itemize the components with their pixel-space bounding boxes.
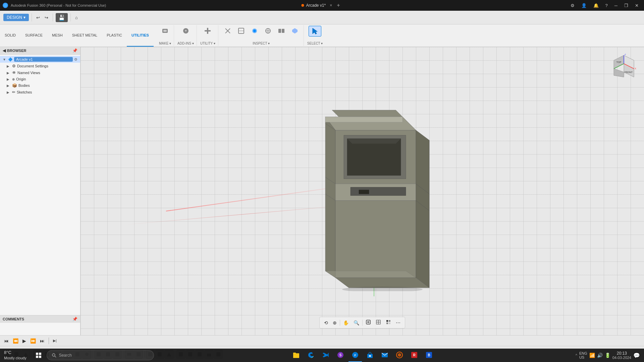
taskbar-app-purple[interactable]: S (334, 349, 347, 362)
addins-btn[interactable]: + (180, 26, 192, 36)
taskbar-fusion360[interactable]: F (348, 349, 362, 362)
tree-item-bodies[interactable]: ▶ 📦 Bodies (0, 82, 80, 89)
tree-label-origin: Origin (16, 77, 77, 81)
tray-expand-icon[interactable]: ^ (576, 353, 577, 357)
timeline-prev-btn[interactable]: ⏪ (11, 338, 20, 344)
tab-sheet-metal[interactable]: SHEET METAL (67, 24, 102, 47)
tab-mesh[interactable]: MESH (47, 24, 67, 47)
taskbar-app-blue2[interactable]: B (422, 349, 436, 362)
windows-logo-icon (36, 352, 42, 358)
help-btn[interactable]: ? (603, 2, 610, 9)
select-btn[interactable] (309, 26, 321, 37)
settings-btn[interactable]: ⚙ (568, 2, 577, 9)
taskbar-app-red[interactable]: R (408, 349, 421, 362)
timeline-play-btn[interactable]: ▶ (21, 338, 28, 344)
vp-pan-btn[interactable]: ⊕ (331, 319, 338, 326)
language-indicator[interactable]: ENG US (579, 351, 587, 359)
svg-rect-58 (389, 322, 390, 324)
select-items (309, 26, 321, 37)
ribbon-tabs: SOLID SURFACE MESH SHEET METAL PLASTIC U… (0, 24, 154, 47)
notification-btn[interactable]: 🔔 (591, 2, 601, 9)
svg-point-85 (52, 354, 55, 356)
tree-item-named-views[interactable]: ▶ 👁 Named Views (0, 69, 80, 76)
undo-btn[interactable]: ↩ (35, 14, 42, 21)
taskbar-browser[interactable] (393, 349, 406, 362)
vp-zoom-btn[interactable]: 🔍 (352, 319, 361, 326)
vp-display-btn[interactable] (364, 318, 373, 327)
comments-pin-icon[interactable]: 📌 (72, 317, 77, 321)
design-label: DESIGN (7, 15, 22, 20)
svg-point-98 (398, 353, 401, 357)
tab-close-btn[interactable]: × (330, 3, 332, 8)
tree-options-icon[interactable]: ⚙ (74, 57, 77, 62)
wifi-icon[interactable]: 📶 (589, 353, 595, 358)
tab-utilities[interactable]: UTILITIES (127, 24, 154, 47)
browser-pin-icon[interactable]: 📌 (72, 48, 77, 53)
tree-item-doc-settings[interactable]: ▶ ⚙ Document Settings (0, 63, 80, 69)
inspect-btn-5[interactable] (275, 26, 287, 36)
timeline-sep (49, 338, 49, 344)
home-btn[interactable]: ⌂ (73, 14, 79, 21)
tab-plastic[interactable]: PLASTIC (102, 24, 127, 47)
save-btn[interactable]: 💾 (56, 13, 68, 22)
tree-item-root[interactable]: ▼ 🔷 Arcade v1 ⚙ (0, 56, 80, 63)
tab-solid[interactable]: SOLID (0, 24, 20, 47)
tree-expand-doc: ▶ (7, 64, 11, 68)
account-btn[interactable]: 👤 (579, 2, 589, 9)
toolbar-area: DESIGN ▾ ↩ ↪ 💾 ⌂ SOLID SURFACE MESH SHEE… (0, 11, 644, 47)
mail-icon (381, 351, 388, 359)
inspect-items (222, 26, 301, 36)
timeline-start-btn[interactable]: ⏮ (3, 338, 10, 344)
new-tab-btn[interactable]: + (334, 2, 342, 8)
clock-widget[interactable]: 20:13 04-03-2024 (612, 351, 631, 360)
notification-center-icon[interactable]: 💬 (633, 352, 640, 359)
tree-expand-views: ▶ (7, 71, 11, 75)
vp-hand-btn[interactable]: ✋ (341, 319, 351, 326)
timeline-end-btn[interactable]: ⏭ (39, 338, 46, 344)
nav-cube[interactable]: FRONT TOP Z X (610, 54, 637, 80)
timeline-next-btn[interactable]: ⏩ (29, 338, 37, 344)
taskbar-store[interactable] (363, 349, 377, 362)
taskbar-edge[interactable] (304, 349, 318, 362)
file-explorer-icon (292, 351, 300, 359)
inspect-btn-2[interactable] (235, 26, 247, 36)
utility-btn[interactable] (202, 26, 214, 36)
svg-marker-42 (614, 69, 624, 77)
taskbar-mail[interactable] (378, 349, 391, 362)
vp-more-btn[interactable]: ⋯ (394, 319, 402, 326)
vp-grid-btn[interactable] (374, 318, 383, 327)
weather-widget[interactable]: 8°C Mostly cloudy (0, 350, 31, 360)
inspect-btn-6[interactable] (289, 26, 301, 36)
main-viewport[interactable]: FRONT TOP Z X ⟲ ⊕ ✋ 🔍 ⋯ (80, 47, 644, 335)
addins-items: + (180, 26, 192, 36)
vp-shading-btn[interactable] (384, 318, 393, 327)
volume-icon[interactable]: 🔊 (597, 353, 603, 358)
browser-collapse-icon[interactable]: ◀ (3, 48, 6, 53)
inspect-btn-1[interactable] (222, 26, 234, 36)
separator-1 (32, 13, 32, 21)
inspect-btn-4[interactable] (262, 26, 274, 36)
taskbar-file-explorer[interactable] (289, 349, 303, 362)
separator-2 (53, 13, 53, 21)
tree-item-origin[interactable]: ▶ ⊕ Origin (0, 76, 80, 82)
redo-btn[interactable]: ↪ (43, 14, 50, 21)
svg-marker-35 (416, 201, 429, 288)
browser-sidebar: ◀ BROWSER 📌 ▼ 🔷 Arcade v1 ⚙ ▶ ⚙ Document… (0, 47, 80, 335)
restore-btn[interactable]: ❐ (622, 2, 631, 9)
taskbar-vscode[interactable] (319, 349, 332, 362)
make-btn[interactable] (159, 26, 171, 36)
close-btn[interactable]: ✕ (632, 2, 641, 9)
minimize-btn[interactable]: ─ (612, 2, 620, 9)
svg-rect-82 (39, 353, 41, 355)
start-button[interactable] (31, 349, 47, 362)
vp-orbit-btn[interactable]: ⟲ (322, 319, 330, 326)
design-mode-btn[interactable]: DESIGN ▾ (3, 14, 29, 21)
svg-rect-57 (386, 322, 388, 324)
tab-surface[interactable]: SURFACE (20, 24, 47, 47)
battery-icon[interactable]: 🔋 (605, 353, 610, 358)
tree-icon-doc: ⚙ (12, 64, 16, 68)
tree-item-sketches[interactable]: ▶ ✏ Sketches (0, 89, 80, 96)
tab-label[interactable]: Arcade v1* (306, 3, 326, 8)
inspect-btn-3[interactable] (249, 26, 261, 36)
search-bar[interactable]: Search (47, 350, 154, 360)
